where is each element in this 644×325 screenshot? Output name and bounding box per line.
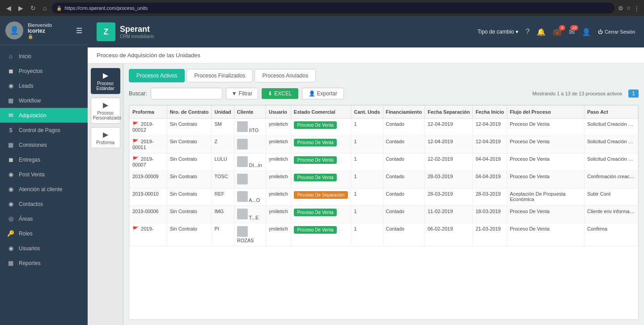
envelope-button[interactable]: ✉ 29 — [569, 28, 575, 36]
cell-proforma: 🚩 2019-00007 — [130, 154, 167, 171]
sidebar-item-control-pagos[interactable]: $ Control de Pagos — [0, 123, 88, 137]
cell-contrato: Sin Contrato — [167, 136, 212, 154]
col-unidad: Unidad — [212, 106, 234, 119]
tab-procesos-finalizados[interactable]: Procesos Finalizados — [186, 69, 253, 82]
cell-proforma: 🚩 2019-00012 — [130, 119, 167, 136]
table-row[interactable]: 🚩 2019-00012 Sin Contrato SM IITO ymilet… — [130, 119, 638, 136]
sidebar-item-usuarios[interactable]: ◉ Usuarios — [0, 241, 88, 256]
cell-flujo: Proceso De Venta — [507, 171, 584, 188]
sidebar-item-workflow[interactable]: ▦ Workflow — [0, 93, 88, 108]
power-icon: ⏻ — [598, 29, 603, 34]
cell-proforma: 2019-00010 — [130, 188, 167, 206]
url-bar: 🔒 https://crm.sperant.com/process_units — [52, 3, 614, 13]
col-estado: Estado Comercial — [291, 106, 351, 119]
client-avatar — [237, 121, 248, 132]
client-avatar — [237, 156, 248, 167]
nav-forward-button[interactable]: ▶ — [17, 3, 25, 13]
cell-financiamiento: Contado — [383, 223, 425, 246]
sidebar-item-adquisicion[interactable]: ✉ Adquisición — [0, 108, 88, 123]
table-row[interactable]: 🚩 2019- Sin Contrato PI ROZAS ymiletich … — [130, 223, 638, 246]
table-row[interactable]: 2019-00010 Sin Contrato REF A...O ymilet… — [130, 188, 638, 206]
post-venta-icon: ◉ — [7, 171, 14, 178]
workflow-icon: ▦ — [7, 97, 14, 104]
cerrar-sesion-button[interactable]: ⏻ Cerrar Sesión — [598, 29, 635, 34]
sidebar-item-label: Workflow — [19, 98, 41, 104]
excel-button[interactable]: ⬇ EXCEL — [262, 88, 298, 99]
cell-cliente: IITO — [234, 119, 266, 136]
extensions-icon[interactable]: ⚙ — [618, 5, 623, 12]
menu-icon[interactable]: ⋮ — [634, 5, 640, 12]
user-name: lcortez — [28, 28, 72, 34]
sidebar-item-label: Leads — [19, 83, 34, 89]
page-title: Proceso de Adquisición de las Unidades — [97, 52, 200, 59]
brand-name: Sperant — [120, 25, 154, 34]
tab-procesos-activos[interactable]: Procesos Activos — [129, 69, 185, 82]
menu-toggle-button[interactable]: ☰ — [76, 26, 82, 35]
sidebar-item-label: Comisiones — [19, 142, 47, 148]
step-proforma[interactable]: ▶ Proforma — [91, 127, 120, 148]
table-row[interactable]: 🚩 2019-00011 Sin Contrato Z ymiletich Pr… — [130, 136, 638, 154]
browser-bar: ◀ ▶ ↻ ⌂ 🔒 https://crm.sperant.com/proces… — [0, 0, 644, 16]
table-row[interactable]: 2019-00009 Sin Contrato TOSC ymiletich P… — [130, 171, 638, 188]
page-area: Proceso de Adquisición de las Unidades ▶… — [88, 47, 644, 325]
sidebar-item-reportes[interactable]: ▦ Reportes — [0, 256, 88, 270]
process-content: ▶ Proceso Estándar ▶ Proceso Personaliza… — [88, 64, 644, 325]
bell-button[interactable]: 🔔 — [537, 28, 546, 36]
help-button[interactable]: ? — [525, 28, 530, 36]
briefcase-button[interactable]: 💼 8 — [553, 28, 562, 36]
cell-cant: 1 — [351, 136, 383, 154]
nav-home-button[interactable]: ⌂ — [41, 3, 48, 13]
cell-estado: Proceso De Venta — [291, 171, 351, 188]
sidebar-item-leads[interactable]: ◉ Leads — [0, 78, 88, 93]
cell-flujo: Proceso De Venta — [507, 119, 584, 136]
user-lock-icon: 🔒 — [28, 34, 72, 39]
table-row[interactable]: 2019-00006 Sin Contrato IMG T...E ymilet… — [130, 206, 638, 223]
search-input[interactable] — [151, 88, 222, 99]
status-badge: Proceso De Venta — [294, 121, 337, 129]
sidebar-item-post-venta[interactable]: ◉ Post Venta — [0, 167, 88, 182]
sidebar-item-entregas[interactable]: ◼ Entregas — [0, 152, 88, 167]
cell-cliente: DI...in — [234, 154, 266, 171]
export-icon: 👤 — [309, 90, 315, 97]
sidebar-item-roles[interactable]: 🔑 Roles — [0, 226, 88, 241]
bookmark-icon[interactable]: ☆ — [626, 5, 631, 11]
step-proceso-estandar[interactable]: ▶ Proceso Estándar — [91, 68, 120, 94]
cell-fecha-sep: 12-02-2019 — [425, 154, 473, 171]
step-label: Proceso Estándar — [93, 81, 118, 91]
tipo-cambio-button[interactable]: Tipo de cambio ▾ — [478, 29, 519, 35]
cell-unidad: PI — [212, 223, 234, 246]
col-fecha-sep: Fecha Separación — [425, 106, 473, 119]
sidebar-item-contactos[interactable]: ◉ Contactos — [0, 197, 88, 211]
sidebar-item-inicio[interactable]: ⌂ Inicio — [0, 49, 88, 64]
sidebar-item-comisiones[interactable]: ▦ Comisiones — [0, 137, 88, 152]
filter-button[interactable]: ▼ Filtrar — [226, 88, 258, 99]
proceso-estandar-icon: ▶ — [93, 71, 118, 80]
nav-back-button[interactable]: ◀ — [4, 3, 13, 13]
cell-paso: Cliente env informac del implanta — [584, 206, 638, 223]
user-profile-button[interactable]: 👤 — [582, 28, 591, 36]
col-usuario: Usuario — [266, 106, 291, 119]
cell-financiamiento: Contado — [383, 154, 425, 171]
lock-icon: 🔒 — [56, 6, 62, 11]
tab-procesos-anulados[interactable]: Procesos Anulados — [254, 69, 316, 82]
filter-icon: ▼ — [232, 90, 237, 97]
cell-contrato: Sin Contrato — [167, 223, 212, 246]
step-proceso-personalizado[interactable]: ▶ Proceso Personalizado — [91, 98, 120, 124]
sidebar-header: 👤 Bienvenido lcortez 🔒 ☰ — [0, 16, 88, 45]
sidebar-item-proyectos[interactable]: ◼ Proyectos — [0, 64, 88, 78]
cell-cant: 1 — [351, 171, 383, 188]
flag-icon: 🚩 — [132, 139, 139, 144]
sidebar-item-atencion[interactable]: ◉ Atención al cliente — [0, 182, 88, 197]
export-button[interactable]: 👤 Exportar — [302, 88, 344, 99]
table-row[interactable]: 🚩 2019-00007 Sin Contrato LULU DI...in y… — [130, 154, 638, 171]
cell-contrato: Sin Contrato — [167, 206, 212, 223]
status-badge: Proceso De Venta — [294, 174, 337, 181]
cell-fecha-ini: 12-04-2019 — [473, 136, 507, 154]
cell-paso: Solicitud Creación entorno — [584, 136, 638, 154]
col-paso: Paso Act — [584, 106, 638, 119]
sidebar-item-label: Proyectos — [19, 68, 42, 74]
sidebar-item-areas[interactable]: ◎ Áreas — [0, 211, 88, 226]
sidebar-item-label: Reportes — [19, 260, 41, 266]
cell-estado: Proceso De Venta — [291, 223, 351, 246]
nav-refresh-button[interactable]: ↻ — [29, 3, 38, 13]
